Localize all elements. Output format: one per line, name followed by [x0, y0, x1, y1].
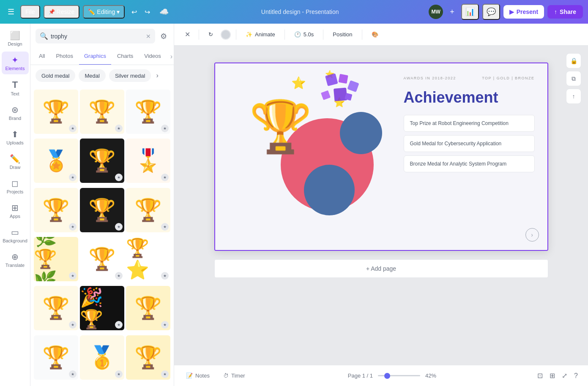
sidebar-item-uploads[interactable]: ⬆ Uploads [2, 126, 29, 149]
trophy-image: 🏅 [44, 149, 69, 173]
grid-item[interactable]: 🌿🏆🌿 ★ [34, 237, 78, 281]
grid-item[interactable]: 🏆 ★ [34, 335, 78, 380]
sidebar-item-brand[interactable]: ⊛ Brand [2, 101, 29, 124]
undo-button[interactable]: ↩ [128, 5, 140, 19]
svg-rect-1 [338, 74, 348, 84]
design-icon: ⬜ [10, 30, 20, 41]
present-button[interactable]: ▶ Present [503, 5, 544, 19]
animate-button[interactable]: ✨ Animate [241, 29, 279, 40]
tab-videos[interactable]: Videos [139, 49, 166, 65]
share-button[interactable]: ↑ Share [547, 5, 583, 19]
suggestions-bar: Gold medal Medal Silver medal › [30, 65, 174, 86]
pill-gold-medal[interactable]: Gold medal [36, 69, 75, 82]
search-input[interactable] [51, 33, 143, 40]
tab-graphics[interactable]: Graphics [79, 49, 111, 65]
file-button[interactable]: File [20, 5, 40, 19]
sidebar-item-translate[interactable]: ⊕ Translate [2, 248, 29, 271]
sidebar-item-elements[interactable]: ✦ Elements [2, 52, 29, 74]
trophy-graphic: 🏆 [249, 97, 312, 157]
grid-item[interactable]: 🏆 ★ [80, 188, 124, 232]
grid-item[interactable]: 🎉🏆 ★ [80, 286, 124, 330]
filter-button[interactable]: ⚙ [159, 30, 169, 43]
pills-more-button[interactable]: › [154, 69, 160, 82]
sidebar-item-label: Uploads [6, 140, 23, 145]
bottom-left-controls: 📝 Notes ⏱ Timer [183, 371, 249, 381]
canvas-area: ✕ ↻ ✨ Animate 🕐 5.0s Position 🎨 🔒 [174, 24, 588, 386]
redo-button[interactable]: ↪ [141, 5, 153, 19]
zoom-slider[interactable] [378, 375, 420, 376]
top-nav: ☰ File 📌 Resize ✏️ Editing ▾ ↩ ↪ ☁️ Unti… [0, 0, 588, 24]
grid-item[interactable]: 🏆 ★ [126, 188, 170, 232]
grid-item[interactable]: 🏅 ★ [34, 139, 78, 183]
search-clear-icon[interactable]: ✕ [146, 33, 151, 40]
fullscreen-button[interactable]: ⤢ [560, 370, 569, 381]
editing-button[interactable]: ✏️ Editing ▾ [83, 5, 125, 19]
rotate-button[interactable]: ↻ [204, 29, 217, 40]
next-slide-button[interactable]: › [525, 228, 539, 242]
grid-item[interactable]: 🎖️ ★ [126, 139, 170, 183]
export-button[interactable]: ↑ [566, 89, 581, 104]
bottom-right-controls: ⊡ ⊞ ⤢ ? [536, 370, 580, 381]
grid-item[interactable]: 🏆 ★ [34, 90, 78, 134]
position-button[interactable]: Position [328, 29, 356, 40]
comment-icon[interactable]: 💬 [482, 4, 500, 20]
color-picker[interactable] [221, 30, 231, 40]
grid-item[interactable]: 🏆 ★ [80, 90, 124, 134]
tabs-more-button[interactable]: › [167, 49, 174, 65]
sidebar-item-apps[interactable]: ⊞ Apps [2, 199, 29, 222]
premium-badge: ★ [69, 174, 77, 181]
sidebar-item-design[interactable]: ⬜ Design [2, 27, 29, 50]
add-collaborator-button[interactable]: + [446, 6, 458, 18]
notes-button[interactable]: 📝 Notes [183, 371, 213, 381]
grid-item[interactable]: 🏆 ★ [80, 237, 124, 281]
fit-page-button[interactable]: ⊡ [536, 370, 544, 381]
premium-badge: ★ [161, 223, 169, 231]
pill-medal[interactable]: Medal [79, 69, 105, 82]
grid-item[interactable]: 🏆 ★ [34, 188, 78, 232]
sidebar-item-text[interactable]: T Text [2, 76, 29, 100]
tab-all[interactable]: All [34, 49, 50, 65]
sidebar-item-label: Projects [7, 189, 24, 194]
slide-right-content: AWARDS IN 2018-2022 TOP | GOLD | BRONZE … [404, 76, 535, 176]
resize-button[interactable]: 📌 Resize [44, 5, 80, 19]
grid-item[interactable]: 🏆 ★ [126, 286, 170, 330]
grid-view-button[interactable]: ⊞ [548, 370, 557, 381]
avatar[interactable]: MW [429, 5, 443, 19]
grid-item[interactable]: 🏆⭐ ★ [126, 237, 170, 281]
grid-item[interactable]: 🏆 ★ [34, 286, 78, 330]
trophy-image: 🏆 [88, 246, 116, 272]
sidebar-item-label: Design [8, 41, 22, 46]
elements-panel: 🔍 ✕ ⚙ All Photos Graphics Charts Videos … [30, 24, 174, 386]
awards-label: AWARDS IN 2018-2022 [404, 76, 456, 80]
trophy-image: 🏆 [134, 99, 162, 125]
tab-photos[interactable]: Photos [51, 49, 78, 65]
copy-style-button[interactable]: ⧉ [566, 71, 581, 86]
svg-rect-4 [321, 90, 331, 100]
cloud-save-icon[interactable]: ☁️ [157, 5, 171, 19]
grid-item[interactable]: 🏆 ★ [126, 90, 170, 134]
achievement-card-1: Top Prize at Robot Engineering Competiti… [404, 115, 535, 132]
slide-container[interactable]: 🏆 ⭐ ⭐ ⭐ [214, 63, 548, 251]
add-page-button[interactable]: + Add page [214, 259, 548, 278]
trophy-image: 🏆 [42, 99, 70, 125]
duration-button[interactable]: 🕐 5.0s [290, 29, 318, 40]
sidebar-item-draw[interactable]: ✏️ Draw [2, 150, 29, 173]
analytics-icon[interactable]: 📊 [461, 4, 479, 20]
canvas-toolbar: ✕ ↻ ✨ Animate 🕐 5.0s Position 🎨 [174, 24, 588, 46]
timer-icon: ⏱ [223, 372, 229, 379]
sidebar-item-projects[interactable]: ◻ Projects [2, 175, 29, 198]
sidebar-item-background[interactable]: ▭ Background [2, 224, 29, 247]
timer-button[interactable]: ⏱ Timer [220, 371, 249, 381]
hamburger-icon[interactable]: ☰ [5, 5, 17, 19]
grid-item[interactable]: 🏆 ★ [126, 335, 170, 380]
paint-format-button[interactable]: 🎨 [367, 29, 383, 40]
document-title: Untitled design - Presentation [175, 8, 425, 15]
grid-item[interactable]: 🥇 ★ [80, 335, 124, 380]
grid-item[interactable]: 🏆 ★ [80, 139, 124, 183]
lock-button[interactable]: 🔒 [566, 53, 581, 68]
tab-charts[interactable]: Charts [112, 49, 138, 65]
pill-silver-medal[interactable]: Silver medal [109, 69, 151, 82]
achievement-card-3: Bronze Medal for Analytic System Program [404, 155, 535, 172]
help-button[interactable]: ? [572, 370, 580, 381]
close-selection-button[interactable]: ✕ [181, 28, 194, 41]
